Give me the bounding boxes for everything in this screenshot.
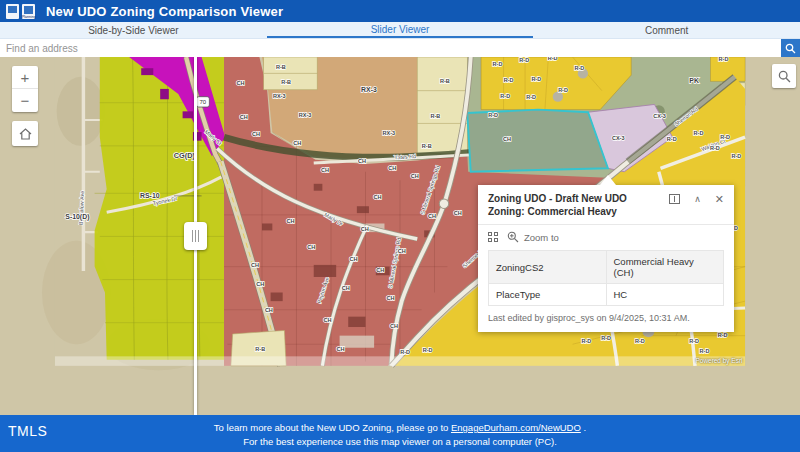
home-button[interactable] <box>12 121 38 146</box>
zone-label: CH <box>503 136 511 142</box>
zone-label: R-D <box>689 338 699 344</box>
zone-label: RX-3 <box>299 112 312 118</box>
zone-label: CH <box>256 281 264 287</box>
zone-label: R-D <box>548 57 558 61</box>
zone-label: R-D <box>710 145 720 151</box>
app-header: Planning New UDO Zoning Comparison Viewe… <box>0 0 800 22</box>
road-label: Yates Rd <box>394 153 416 160</box>
zone-label: R-D <box>488 112 498 118</box>
zone-label: CH <box>240 114 248 120</box>
zone-label: CH <box>342 285 350 291</box>
zone-label: R-D <box>719 57 729 62</box>
app-window: Planning New UDO Zoning Comparison Viewe… <box>0 0 800 452</box>
home-icon <box>19 128 32 140</box>
zone-label: R-D <box>720 134 730 140</box>
zone-label: CH <box>390 323 398 329</box>
popup-title: Zoning UDO - Draft New UDO Zoning: Comme… <box>488 192 644 218</box>
zone-label: R-D <box>635 338 645 344</box>
planning-logo-icon: Planning <box>22 4 35 19</box>
zone-label: PK <box>689 77 699 84</box>
zone-label: CH <box>236 80 244 86</box>
map-canvas[interactable]: 70 <box>0 57 800 415</box>
zone-label: CX-3 <box>612 135 625 141</box>
zone-label: CH <box>411 173 419 179</box>
close-popup-button[interactable]: ✕ <box>715 194 724 204</box>
zoom-to-icon <box>507 231 519 243</box>
last-edited-note: Last edited by gisproc_sys on 9/4/2025, … <box>478 306 734 332</box>
attribute-table: ZoningCS2 Commercial Heavy (CH) PlaceTyp… <box>488 250 724 306</box>
zone-label: CH <box>428 213 436 219</box>
zone-label: CH <box>376 267 384 273</box>
popup-pointer <box>600 175 616 185</box>
footer-message: To learn more about the New UDO Zoning, … <box>0 421 800 449</box>
zone-label: S-10(D) <box>65 213 89 221</box>
zone-label: CH <box>374 194 382 200</box>
zone-label: CX-3 <box>653 113 666 119</box>
zoom-to-button[interactable]: Zoom to <box>507 231 559 243</box>
zone-label: R-B <box>430 113 440 119</box>
zone-label: R-D <box>575 65 585 71</box>
app-footer: TMLS To learn more about the New UDO Zon… <box>0 415 800 452</box>
zone-label: CH <box>252 131 260 137</box>
zone-label: R-D <box>581 338 591 344</box>
zone-label: R-D <box>700 348 710 354</box>
tab-comment[interactable]: Comment <box>533 22 800 38</box>
engage-durham-link[interactable]: EngageDurham.com/NewUDO <box>451 422 581 433</box>
search-button[interactable] <box>781 39 800 57</box>
zone-label: RX-3 <box>273 93 286 99</box>
zoom-in-button[interactable]: + <box>12 66 38 89</box>
page-title: New UDO Zoning Comparison Viewer <box>46 4 283 19</box>
zone-label: RX-3 <box>361 86 377 93</box>
zone-label: R-B <box>276 64 286 70</box>
tab-bar: Side-by-Side Viewer Slider Viewer Commen… <box>0 22 800 39</box>
svg-text:70: 70 <box>200 99 207 105</box>
field-name: PlaceType <box>489 284 607 306</box>
zone-label: CH <box>358 158 366 164</box>
table-row: ZoningCS2 Commercial Heavy (CH) <box>489 251 724 284</box>
zone-label: CH <box>324 317 332 323</box>
address-search-input[interactable] <box>0 39 781 57</box>
route-70-shield: 70 <box>196 97 209 107</box>
zone-label: R-D <box>558 87 568 93</box>
zone-label: R-D <box>718 332 728 338</box>
zone-label: CH <box>321 167 329 173</box>
zone-label: R-D <box>732 153 742 159</box>
swipe-slider-handle[interactable] <box>184 222 207 250</box>
zone-label: CH <box>251 262 259 268</box>
zone-label: R-D <box>519 57 529 63</box>
zone-label: CH <box>349 256 357 262</box>
map-search-icon <box>778 70 791 83</box>
map-attribution: Powered by Esri <box>695 357 742 365</box>
zone-label: R-B <box>422 143 432 149</box>
tab-side-by-side-viewer[interactable]: Side-by-Side Viewer <box>0 22 267 38</box>
zone-label: CH <box>286 218 294 224</box>
zone-label: R-B <box>255 346 265 352</box>
zone-label: R-D <box>526 94 536 100</box>
durham-city-logo-icon <box>6 4 19 19</box>
zone-label: CH <box>387 295 395 301</box>
field-value: HC <box>606 284 724 306</box>
feature-menu-button[interactable] <box>488 232 498 242</box>
zone-label: R-D <box>601 335 611 341</box>
zone-label: CH <box>336 346 344 352</box>
zone-label: R-D <box>400 349 410 355</box>
selected-feature-ch[interactable] <box>467 110 608 172</box>
field-value: Commercial Heavy (CH) <box>606 251 724 284</box>
zone-label: CH <box>361 226 369 232</box>
address-search-bar <box>0 39 800 57</box>
zone-label: R-D <box>423 347 433 353</box>
tab-slider-viewer[interactable]: Slider Viewer <box>267 22 534 38</box>
zone-label: CH <box>454 210 462 216</box>
zone-label: R-D <box>694 130 704 136</box>
zone-label: RX-3 <box>382 130 395 136</box>
zone-label: R-B <box>440 78 450 84</box>
dock-popup-button[interactable] <box>669 194 680 204</box>
map-search-button[interactable] <box>772 64 796 88</box>
zone-label: CG(D) <box>174 151 196 160</box>
table-row: PlaceType HC <box>489 284 724 306</box>
zone-label: R-D <box>493 61 503 67</box>
zoom-out-button[interactable]: − <box>12 89 38 112</box>
zone-label: R-D <box>500 93 510 99</box>
zone-label: R-B <box>281 79 291 85</box>
collapse-popup-button[interactable]: ∧ <box>694 195 701 204</box>
